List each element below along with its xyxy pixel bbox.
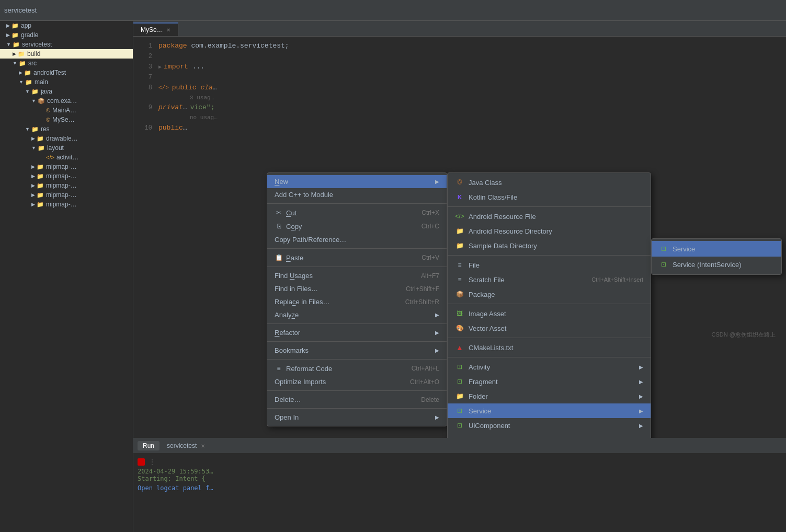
sidebar-label-myservice: MySe… — [52, 116, 75, 123]
submenu-item-uicomponent[interactable]: ⊡ UiComponent ▶ — [448, 418, 651, 433]
sidebar-label-mipmap3: mipmap-… — [46, 182, 77, 189]
sidebar-item-main-activity[interactable]: © MainA… — [0, 106, 133, 115]
submenu-item-java-class[interactable]: © Java Class — [448, 175, 651, 190]
menu-item-new[interactable]: New ▶ — [267, 175, 447, 188]
menu-item-refactor[interactable]: Refactor ▶ — [267, 326, 447, 339]
chevron-right-icon: ▶ — [31, 183, 35, 188]
folder-icon: 📁 — [37, 173, 44, 180]
sidebar-item-src[interactable]: ▼ 📁 src — [0, 59, 133, 68]
menu-item-copy[interactable]: ⎘ Copy Ctrl+C — [267, 219, 447, 233]
sidebar-label-src: src — [28, 60, 37, 67]
code-line-usage: 3 usag… — [133, 94, 786, 103]
shortcut-paste: Ctrl+V — [422, 254, 439, 261]
menu-item-paste[interactable]: 📋 Paste Ctrl+V — [267, 251, 447, 264]
tab-close-icon[interactable]: ✕ — [201, 443, 205, 449]
menu-label-paste: Paste — [286, 254, 303, 262]
stop-button[interactable] — [138, 458, 145, 466]
tab-servicetest[interactable]: servicetest ✕ — [162, 441, 210, 450]
menu-item-replace-in-files[interactable]: Replace in Files… Ctrl+Shift+R — [267, 295, 447, 308]
editor-tab-myservice[interactable]: MySe… ✕ — [133, 22, 178, 36]
sidebar-item-res[interactable]: ▼ 📁 res — [0, 124, 133, 134]
submenu-item-vector-asset[interactable]: 🎨 Vector Asset — [448, 321, 651, 336]
menu-item-add-cpp[interactable]: Add C++ to Module — [267, 188, 447, 201]
sidebar-item-build[interactable]: ▶ 📁 build — [0, 49, 133, 59]
shortcut-optimize: Ctrl+Alt+O — [410, 378, 439, 386]
sidebar-item-layout[interactable]: ▼ 📁 layout — [0, 143, 133, 153]
submenu-item-fragment[interactable]: ⊡ Fragment ▶ — [448, 374, 651, 389]
menu-item-bookmarks[interactable]: Bookmarks ▶ — [267, 344, 447, 357]
sidebar-item-myservice[interactable]: © MySe… — [0, 115, 133, 124]
menu-item-find-usages[interactable]: Find Usages Alt+F7 — [267, 269, 447, 282]
sidebar-item-mipmap3[interactable]: ▶ 📁 mipmap-… — [0, 181, 133, 190]
menu-item-analyze[interactable]: Analyze ▶ — [267, 308, 447, 321]
service-icon: ⊡ — [455, 406, 464, 415]
submenu-item-activity[interactable]: ⊡ Activity ▶ — [448, 360, 651, 374]
tab-close-icon[interactable]: ✕ — [166, 27, 170, 33]
sidebar-item-main[interactable]: ▼ 📁 main — [0, 77, 133, 87]
service-item-service[interactable]: ⊡ Service — [652, 241, 781, 257]
menu-item-cut[interactable]: ✂ Cut Ctrl+X — [267, 206, 447, 219]
menu-label-reformat: Reformat Code — [286, 365, 332, 373]
service-item-intentservice[interactable]: ⊡ Service (IntentService) — [652, 257, 781, 272]
chevron-right-icon: ▶ — [13, 51, 16, 56]
menu-item-reformat[interactable]: ≡ Reformat Code Ctrl+Alt+L — [267, 362, 447, 375]
menu-label-copy-path: Copy Path/Reference… — [275, 236, 346, 244]
chevron-down-icon: ▼ — [31, 98, 36, 103]
service-label-intentservice: Service (IntentService) — [673, 261, 742, 269]
sidebar-item-mipmap2[interactable]: ▶ 📁 mipmap-… — [0, 171, 133, 181]
submenu-item-cmake[interactable]: ▲ CMakeLists.txt — [448, 340, 651, 355]
submenu-item-folder[interactable]: 📁 Folder ▶ — [448, 389, 651, 403]
logcat-link[interactable]: Open logcat panel f… — [138, 484, 213, 492]
sidebar-item-mipmap4[interactable]: ▶ 📁 mipmap-… — [0, 190, 133, 200]
kotlin-icon: K — [455, 192, 464, 202]
code-editor[interactable]: 1 package com.example.servicetest; 2 3 ▶… — [133, 37, 786, 138]
sidebar-item-mipmap5[interactable]: ▶ 📁 mipmap-… — [0, 200, 133, 209]
submenu-item-sample-data[interactable]: 📁 Sample Data Directory — [448, 238, 651, 253]
sidebar-item-package[interactable]: ▼ 📦 com.exa… — [0, 96, 133, 106]
sidebar-label-res: res — [41, 125, 50, 133]
folder-arrow: ▶ — [639, 394, 643, 399]
chevron-right-icon: ▶ — [31, 202, 35, 207]
sidebar-item-servicetest[interactable]: ▼ 📁 servicetest — [0, 40, 133, 49]
sidebar-item-app[interactable]: ▶ 📁 app — [0, 21, 133, 30]
sidebar-item-androidtest[interactable]: ▶ 📁 androidTest — [0, 68, 133, 77]
editor-area: MySe… ✕ 1 package com.example.servicetes… — [133, 21, 786, 532]
sidebar-item-activity-xml[interactable]: </> activit… — [0, 153, 133, 162]
sidebar-label-java: java — [41, 88, 52, 95]
submenu-item-package[interactable]: 📦 Package — [448, 287, 651, 302]
submenu-separator-5 — [448, 357, 651, 357]
submenu-item-automotive[interactable]: ⊡ Automotive ▶ — [448, 433, 651, 438]
sidebar-item-java[interactable]: ▼ 📁 java — [0, 87, 133, 96]
submenu-item-android-res-file[interactable]: </> Android Resource File — [448, 209, 651, 224]
submenu-label-package: Package — [469, 291, 495, 298]
submenu-new[interactable]: © Java Class K Kotlin Class/File — [447, 172, 651, 438]
menu-item-find-in-files[interactable]: Find in Files… Ctrl+Shift+F — [267, 282, 447, 295]
collapse-icon[interactable]: ▶ — [158, 63, 162, 72]
activity-arrow: ▶ — [639, 364, 643, 370]
bottom-panel: Run servicetest ✕ ⋮ 2024-04-29 15:59:53…… — [133, 438, 786, 532]
submenu-item-image-asset[interactable]: 🖼 Image Asset — [448, 306, 651, 321]
menu-item-optimize-imports[interactable]: Optimize Imports Ctrl+Alt+O — [267, 375, 447, 388]
sidebar-item-gradle[interactable]: ▶ 📁 gradle — [0, 30, 133, 40]
menu-item-delete[interactable]: Delete… Delete — [267, 393, 447, 406]
folder-icon: 📁 — [31, 126, 39, 133]
sidebar-item-drawable[interactable]: ▶ 📁 drawable… — [0, 134, 133, 143]
class-icon: © — [46, 107, 50, 113]
tab-run[interactable]: Run — [138, 441, 160, 450]
package-icon2: 📦 — [455, 290, 464, 299]
submenu-item-android-res-dir[interactable]: 📁 Android Resource Directory — [448, 224, 651, 238]
menu-item-copy-path[interactable]: Copy Path/Reference… — [267, 233, 447, 246]
submenu-item-kotlin[interactable]: K Kotlin Class/File — [448, 190, 651, 204]
menu-item-open-in[interactable]: Open In ▶ — [267, 411, 447, 424]
context-menu[interactable]: New ▶ Add C++ to Module ✂ Cut — [267, 172, 447, 426]
submenu-service[interactable]: ⊡ Service ⊡ Service (IntentService) — [651, 238, 782, 275]
package-icon: 📦 — [38, 98, 45, 105]
submenu-item-file[interactable]: ≡ File — [448, 258, 651, 272]
submenu-item-service[interactable]: ⊡ Service ▶ — [448, 403, 651, 418]
menu-icon-cut: ✂ — [275, 209, 283, 217]
sidebar-item-mipmap1[interactable]: ▶ 📁 mipmap-… — [0, 162, 133, 171]
submenu-label-android-res-file: Android Resource File — [469, 213, 536, 221]
submenu-item-scratch[interactable]: ≡ Scratch File Ctrl+Alt+Shift+Insert — [448, 272, 651, 287]
shortcut-scratch: Ctrl+Alt+Shift+Insert — [591, 276, 643, 283]
android-res-dir-icon: 📁 — [455, 226, 464, 236]
